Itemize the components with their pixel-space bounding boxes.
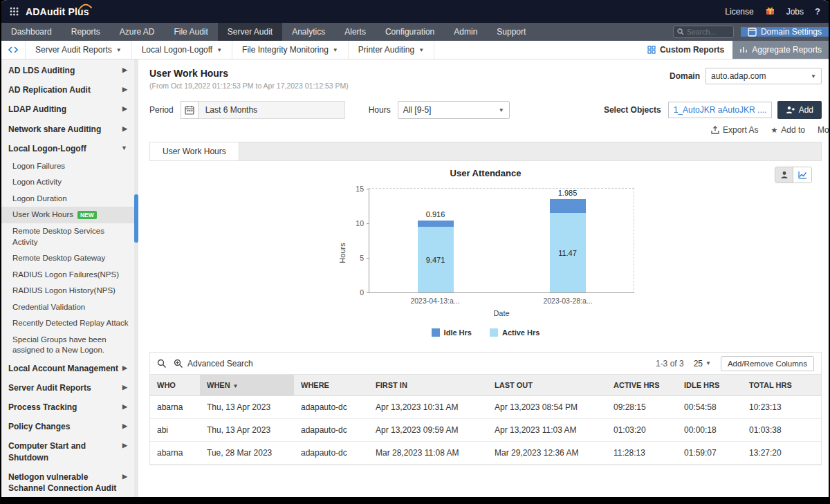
menu-printer-auditing[interactable]: Printer Auditing▼ bbox=[349, 41, 434, 59]
calendar-icon[interactable] bbox=[181, 101, 199, 119]
scrollbar-thumb[interactable] bbox=[134, 194, 138, 243]
column-header-who[interactable]: WHO bbox=[150, 375, 200, 396]
nav-tab-dashboard[interactable]: Dashboard bbox=[1, 23, 62, 41]
sidebar-item-logon-duration[interactable]: Logon Duration bbox=[1, 191, 134, 207]
menu-file-integrity-monitoring[interactable]: File Integrity Monitoring▼ bbox=[232, 41, 349, 59]
sidebar-item-user-work-hours[interactable]: User Work HoursNEW bbox=[1, 207, 134, 223]
help-icon[interactable]: ? bbox=[815, 6, 820, 17]
cell-who: abarna bbox=[150, 442, 200, 465]
navbar-right: Domain Settings bbox=[673, 23, 829, 41]
adaudit-plus-app: ADAudit Plus License Jobs ? Dashboard Re… bbox=[1, 0, 829, 497]
tab-user-work-hours[interactable]: User Work Hours bbox=[150, 142, 239, 160]
aggregate-reports-button[interactable]: Aggregate Reports bbox=[732, 41, 829, 59]
domain-dropdown[interactable]: auto.adap.com ▼ bbox=[706, 68, 822, 84]
chevron-right-icon: ▶ bbox=[122, 384, 127, 391]
column-header-when[interactable]: WHEN▼ bbox=[200, 375, 294, 396]
toggle-sidebar-icon[interactable] bbox=[1, 41, 25, 59]
export-as-button[interactable]: Export As bbox=[711, 125, 758, 135]
nav-tab-azure-ad[interactable]: Azure AD bbox=[110, 23, 165, 41]
sidebar-item-logon-activity[interactable]: Logon Activity bbox=[1, 174, 134, 191]
chart-view-icon[interactable] bbox=[793, 167, 811, 183]
legend-item[interactable]: Active Hrs bbox=[490, 328, 540, 337]
add-remove-columns-button[interactable]: Add/Remove Columns bbox=[721, 356, 814, 371]
sidebar-item-remote-desktop-gateway[interactable]: Remote Desktop Gateway bbox=[1, 250, 134, 267]
x-axis-title: Date bbox=[369, 309, 634, 317]
sidebar-item-network-share-auditing[interactable]: Network share Auditing▶ bbox=[1, 120, 134, 139]
column-header-idle-hrs[interactable]: IDLE HRS bbox=[677, 375, 742, 396]
add-to-button[interactable]: ★ Add to bbox=[771, 125, 805, 135]
hours-label: Hours bbox=[369, 105, 391, 115]
nav-tab-analytics[interactable]: Analytics bbox=[282, 23, 335, 41]
sidebar-item-credential-validation[interactable]: Credential Validation bbox=[1, 299, 134, 316]
sidebar-scrollbar[interactable] bbox=[134, 59, 138, 497]
cell-active-hrs: 09:28:15 bbox=[607, 396, 677, 419]
sidebar-item-radius-logon-history[interactable]: RADIUS Logon History(NPS) bbox=[1, 283, 134, 299]
bar-segment-idle[interactable] bbox=[418, 221, 454, 227]
sidebar-item-ad-replication-audit[interactable]: AD Replication Audit▶ bbox=[1, 80, 134, 100]
logo-swoosh-icon bbox=[78, 1, 92, 12]
sidebar-item-ad-lds-auditing[interactable]: AD LDS Auditing▶ bbox=[1, 61, 134, 80]
add-button[interactable]: Add bbox=[777, 101, 822, 119]
cell-where: adapauto-dc bbox=[294, 396, 369, 419]
page-size-dropdown[interactable]: 25 ▼ bbox=[694, 359, 711, 368]
advanced-search-button[interactable]: Advanced Search bbox=[174, 359, 253, 368]
stacked-bar[interactable]: 1.98511.47 bbox=[501, 189, 634, 292]
cell-last-out: Mar 29,2023 12:36 AM bbox=[488, 442, 607, 465]
sidebar-item-local-logon-logoff[interactable]: Local Logon-Logoff▼ bbox=[1, 139, 134, 158]
bar-segment-active[interactable]: 9.471 bbox=[418, 227, 454, 292]
period-input[interactable] bbox=[199, 101, 345, 119]
nav-tab-configuration[interactable]: Configuration bbox=[376, 23, 444, 41]
license-link[interactable]: License bbox=[725, 7, 753, 17]
gift-icon[interactable] bbox=[765, 6, 775, 18]
bar-segment-active[interactable]: 11.47 bbox=[550, 213, 586, 292]
legend-item[interactable]: Idle Hrs bbox=[432, 328, 472, 337]
chevron-down-icon: ▼ bbox=[418, 47, 424, 53]
more-button[interactable]: More bbox=[818, 125, 829, 135]
domain-settings-button[interactable]: Domain Settings bbox=[741, 27, 829, 37]
column-header-active-hrs[interactable]: ACTIVE HRS bbox=[607, 375, 677, 396]
sidebar-item-process-tracking[interactable]: Process Tracking▶ bbox=[1, 398, 134, 417]
column-header-total-hrs[interactable]: TOTAL HRS bbox=[742, 375, 821, 396]
custom-reports-button[interactable]: Custom Reports bbox=[639, 41, 732, 59]
menu-server-audit-reports[interactable]: Server Audit Reports▼ bbox=[25, 41, 132, 59]
select-objects-input[interactable] bbox=[668, 102, 772, 118]
domain-label: Domain bbox=[670, 71, 700, 81]
select-objects-group: Select Objects Add bbox=[604, 101, 822, 119]
search-input[interactable] bbox=[687, 28, 731, 36]
user-view-icon[interactable] bbox=[775, 167, 793, 183]
sidebar-item-logon-failures[interactable]: Logon Failures bbox=[1, 158, 134, 175]
sidebar-item-local-account-management[interactable]: Local Account Management▶ bbox=[1, 359, 134, 378]
hours-dropdown[interactable]: All [9-5] ▼ bbox=[398, 101, 510, 119]
sidebar-item-ldap-auditing[interactable]: LDAP Auditing▶ bbox=[1, 100, 134, 119]
chart-panel: User Attendance Hours 051015 0.9169.4711… bbox=[149, 161, 822, 337]
sidebar-item-radius-logon-failures[interactable]: RADIUS Logon Failures(NPS) bbox=[1, 267, 134, 283]
nav-tab-admin[interactable]: Admin bbox=[444, 23, 487, 41]
menu-local-logon-logoff[interactable]: Local Logon-Logoff▼ bbox=[132, 41, 232, 59]
nav-tab-support[interactable]: Support bbox=[487, 23, 535, 41]
table-row[interactable]: abi Thu, 13 Apr 2023 adapauto-dc Apr 13,… bbox=[150, 419, 821, 442]
jobs-link[interactable]: Jobs bbox=[786, 7, 804, 17]
sidebar-item-netlogon-vulnerable-schannel[interactable]: Netlogon vulnerable Schannel Connection … bbox=[1, 467, 134, 497]
stacked-bar[interactable]: 0.9169.471 bbox=[369, 189, 501, 292]
chevron-right-icon: ▶ bbox=[122, 86, 127, 93]
nav-tab-server-audit[interactable]: Server Audit bbox=[218, 23, 282, 41]
sidebar-item-computer-start-and-shutdown[interactable]: Computer Start and Shutdown▶ bbox=[1, 436, 134, 467]
sidebar-item-special-groups-new-logon[interactable]: Special Groups have been assigned to a N… bbox=[1, 332, 134, 359]
column-header-where[interactable]: WHERE bbox=[294, 375, 369, 396]
column-header-last-out[interactable]: LAST OUT bbox=[488, 375, 607, 396]
table-row[interactable]: abarna Thu, 13 Apr 2023 adapauto-dc Apr … bbox=[150, 396, 821, 419]
nav-tab-file-audit[interactable]: File Audit bbox=[164, 23, 217, 41]
sidebar-item-policy-changes[interactable]: Policy Changes▶ bbox=[1, 417, 134, 436]
sidebar-item-recently-detected-replay-attack[interactable]: Recently Detected Replay Attack bbox=[1, 315, 134, 332]
nav-tab-alerts[interactable]: Alerts bbox=[335, 23, 376, 41]
search-icon[interactable] bbox=[157, 359, 167, 368]
nav-tab-reports[interactable]: Reports bbox=[62, 23, 110, 41]
app-grid-icon[interactable] bbox=[10, 7, 19, 16]
custom-reports-icon bbox=[647, 46, 656, 54]
column-header-first-in[interactable]: FIRST IN bbox=[369, 375, 488, 396]
bar-segment-idle[interactable] bbox=[550, 199, 586, 213]
table-row[interactable]: abarna Tue, 28 Mar 2023 adapauto-dc Mar … bbox=[150, 442, 821, 465]
sidebar-item-server-audit-reports[interactable]: Server Audit Reports▶ bbox=[1, 378, 134, 398]
report-date-range: (From Oct 19,2022 01:12:53 PM to Apr 17,… bbox=[149, 82, 349, 90]
sidebar-item-remote-desktop-services-activity[interactable]: Remote Desktop Services Activity bbox=[1, 223, 134, 250]
